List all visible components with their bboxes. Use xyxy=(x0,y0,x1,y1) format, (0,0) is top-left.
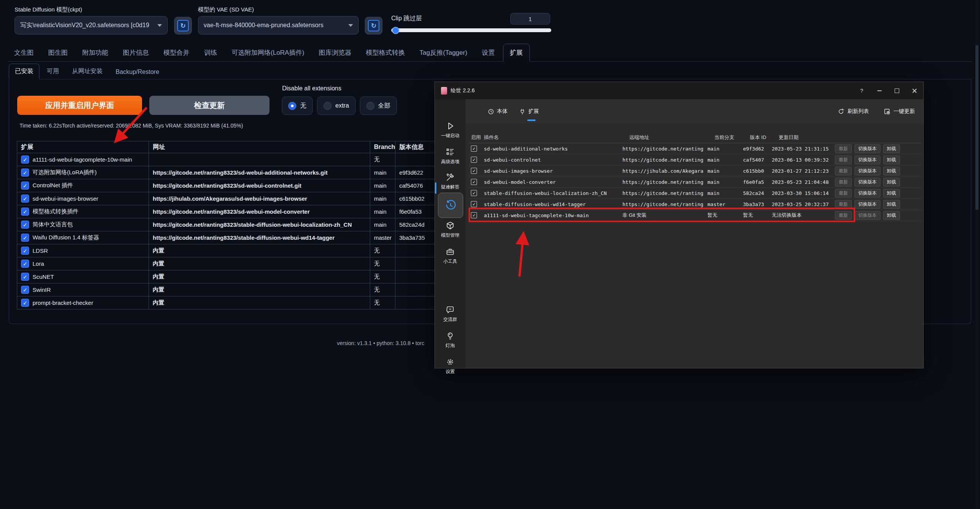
extension-row: 简体中文语言包https://gitcode.net/ranting8323/s… xyxy=(17,218,447,231)
subtab-backup-restore[interactable]: Backup/Restore xyxy=(110,65,165,79)
sidebar-item-tools[interactable]: 小工具 xyxy=(435,247,466,265)
extension-branch: main xyxy=(370,179,395,192)
latest-button[interactable]: 最新 xyxy=(835,189,852,198)
plugin-enabled-checkbox[interactable] xyxy=(471,179,477,185)
extension-checkbox[interactable] xyxy=(21,221,29,229)
extension-checkbox[interactable] xyxy=(21,273,29,281)
radio-all[interactable]: 全部 xyxy=(360,97,397,115)
tab-extensions[interactable]: 扩展 xyxy=(503,44,530,62)
help-button[interactable]: ? xyxy=(853,82,871,99)
launcher-tab-extensions[interactable]: 扩展 xyxy=(518,106,540,117)
plugin-enabled-checkbox[interactable] xyxy=(471,201,477,207)
latest-button[interactable]: 最新 xyxy=(835,144,852,153)
latest-button[interactable]: 最新 xyxy=(835,200,852,209)
page-scrollbar-thumb[interactable] xyxy=(975,45,978,210)
tab-checkpoint-merger[interactable]: 模型合并 xyxy=(157,44,196,61)
tab-img2img[interactable]: 图生图 xyxy=(42,44,74,61)
plugin-enabled-checkbox[interactable] xyxy=(471,157,477,163)
tab-png-info[interactable]: 图片信息 xyxy=(116,44,155,61)
extension-checkbox[interactable] xyxy=(21,195,29,203)
sidebar-item-community[interactable]: 交流群 xyxy=(435,305,466,323)
extension-checkbox[interactable] xyxy=(21,182,29,190)
sidebar-item-advanced[interactable]: 高级选项 xyxy=(435,147,466,165)
extension-checkbox[interactable] xyxy=(21,208,29,216)
sidebar-item-version-manager-selected[interactable] xyxy=(438,193,463,218)
sidebar-item-troubleshoot[interactable]: 疑难解答 xyxy=(435,173,466,190)
uninstall-button[interactable]: 卸载 xyxy=(883,167,900,175)
refresh-list-label: 刷新列表 xyxy=(848,108,869,115)
minimize-button[interactable] xyxy=(871,82,888,99)
extension-checkbox[interactable] xyxy=(21,155,29,164)
uninstall-button[interactable]: 卸载 xyxy=(883,178,900,187)
tab-image-browser[interactable]: 图库浏览器 xyxy=(312,44,358,61)
plugin-version: caf5407 xyxy=(741,157,769,163)
switch-version-button[interactable]: 切换版本 xyxy=(854,144,880,153)
extension-checkbox[interactable] xyxy=(21,169,29,177)
refresh-checkpoints-button[interactable]: ↻ xyxy=(174,17,192,34)
clip-skip-slider[interactable] xyxy=(391,28,551,32)
clip-skip-slider-handle[interactable] xyxy=(392,27,399,34)
latest-button[interactable]: 最新 xyxy=(835,178,852,187)
extension-checkbox[interactable] xyxy=(21,247,29,255)
status-line: Time taken: 6.22sTorch active/reserved: … xyxy=(20,123,243,129)
extension-url: 内置 xyxy=(149,257,370,270)
uninstall-button[interactable]: 卸载 xyxy=(883,155,900,164)
ckpt-select[interactable]: 写实\realisticVisionV20_v20.safetensors [c… xyxy=(15,16,168,34)
launcher-toolbar: 本体 扩展 刷新列表 一键更新 xyxy=(466,99,923,124)
vae-select[interactable]: vae-ft-mse-840000-ema-pruned.safetensors xyxy=(198,16,359,34)
plugin-enabled-checkbox[interactable] xyxy=(471,212,477,218)
clip-skip-value[interactable]: 1 xyxy=(510,13,550,25)
switch-version-button[interactable]: 切换版本 xyxy=(854,200,880,209)
sidebar-item-launch[interactable]: 一键启动 xyxy=(435,121,466,139)
refresh-list-button[interactable]: 刷新列表 xyxy=(838,108,869,115)
plugin-enabled-checkbox[interactable] xyxy=(471,190,477,196)
extension-checkbox[interactable] xyxy=(21,286,29,294)
extension-checkbox[interactable] xyxy=(21,299,29,307)
tab-extras[interactable]: 附加功能 xyxy=(76,44,115,61)
latest-button[interactable]: 最新 xyxy=(835,211,852,220)
latest-button[interactable]: 最新 xyxy=(835,167,852,175)
uninstall-button[interactable]: 卸载 xyxy=(883,144,900,153)
uninstall-button[interactable]: 卸载 xyxy=(883,211,900,220)
latest-button[interactable]: 最新 xyxy=(835,155,852,164)
maximize-button[interactable] xyxy=(888,82,906,99)
plugin-enabled-checkbox[interactable] xyxy=(471,168,477,174)
radio-none-label: 无 xyxy=(300,102,306,110)
clock-icon xyxy=(488,108,494,115)
ckpt-value: 写实\realisticVisionV20_v20.safetensors [c… xyxy=(20,21,149,29)
subtab-available[interactable]: 可用 xyxy=(41,64,65,79)
subtab-install-from-url[interactable]: 从网址安装 xyxy=(66,64,108,79)
tab-settings[interactable]: 设置 xyxy=(475,44,501,61)
switch-version-button[interactable]: 切换版本 xyxy=(854,211,880,220)
refresh-vae-button[interactable]: ↻ xyxy=(365,17,382,34)
switch-version-button[interactable]: 切换版本 xyxy=(854,167,880,175)
apply-restart-button[interactable]: 应用并重启用户界面 xyxy=(17,96,142,115)
tab-train[interactable]: 训练 xyxy=(198,44,224,61)
tab-additional-networks[interactable]: 可选附加网络(LoRA插件) xyxy=(225,44,311,61)
sidebar-item-bulb[interactable]: 灯泡 xyxy=(435,331,466,349)
subtab-installed[interactable]: 已安装 xyxy=(9,64,39,79)
launcher-tab-body[interactable]: 本体 xyxy=(487,106,508,117)
update-all-button[interactable]: 一键更新 xyxy=(884,108,915,115)
tab-model-converter[interactable]: 模型格式转换 xyxy=(359,44,412,61)
uninstall-button[interactable]: 卸载 xyxy=(883,189,900,198)
plugin-enabled-checkbox[interactable] xyxy=(471,146,477,152)
uninstall-button[interactable]: 卸载 xyxy=(883,200,900,209)
sidebar-item-settings[interactable]: 设置 xyxy=(435,357,466,375)
switch-version-button[interactable]: 切换版本 xyxy=(854,189,880,198)
plugin-row-highlighted: a1111-sd-webui-tagcomplete-10w-main 非 Gi… xyxy=(469,210,921,221)
radio-extra[interactable]: extra xyxy=(317,97,356,115)
tab-txt2img[interactable]: 文生图 xyxy=(8,44,40,61)
switch-version-button[interactable]: 切换版本 xyxy=(854,178,880,187)
plugin-date: 2023-01-27 21:12:23 xyxy=(769,168,832,174)
extension-checkbox[interactable] xyxy=(21,234,29,242)
switch-version-button[interactable]: 切换版本 xyxy=(854,155,880,164)
plugin-name: sd-webui-images-browser xyxy=(482,168,620,174)
check-updates-button[interactable]: 检查更新 xyxy=(149,96,270,115)
extension-checkbox[interactable] xyxy=(21,260,29,268)
radio-none[interactable]: 无 xyxy=(282,97,313,115)
extension-row: LDSR内置无 xyxy=(17,244,447,257)
close-button[interactable] xyxy=(906,82,923,99)
tab-tagger[interactable]: Tag反推(Tagger) xyxy=(413,44,474,61)
sidebar-item-models[interactable]: 模型管理 xyxy=(435,221,466,239)
